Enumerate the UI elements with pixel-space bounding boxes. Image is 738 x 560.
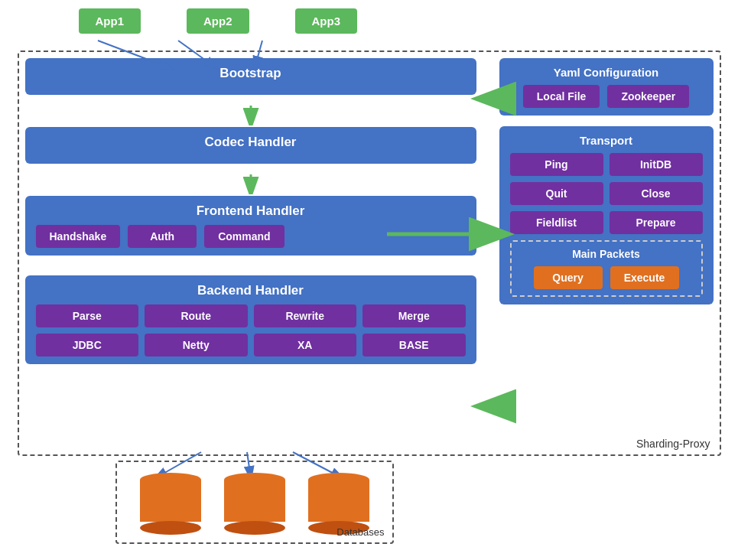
frontend-sub-boxes: Handshake Auth Command xyxy=(36,225,466,248)
app3-box: App3 xyxy=(295,8,358,34)
db-bottom-2 xyxy=(224,521,285,535)
arrow-codec-frontend xyxy=(25,173,476,194)
db-top-1 xyxy=(140,473,201,487)
bootstrap-block: Bootstrap xyxy=(25,58,476,95)
frontend-handler-title: Frontend Handler xyxy=(36,203,466,219)
yaml-config-title: Yaml Configuration xyxy=(510,66,703,79)
backend-handler-block: Backend Handler Parse Route Rewrite Merg… xyxy=(25,275,476,364)
rewrite-box: Rewrite xyxy=(254,304,357,327)
sharding-proxy-label: Sharding-Proxy xyxy=(636,438,710,450)
query-box: Query xyxy=(534,266,603,289)
backend-handler-title: Backend Handler xyxy=(36,283,466,298)
prepare-box: Prepare xyxy=(610,211,703,234)
main-packets-title: Main Packets xyxy=(518,248,695,260)
xa-box: XA xyxy=(254,334,357,357)
db-top-2 xyxy=(224,473,285,487)
database-2 xyxy=(224,473,285,535)
route-box: Route xyxy=(145,304,248,327)
handshake-box: Handshake xyxy=(36,225,121,248)
databases-dashed: Databases xyxy=(115,461,394,544)
codec-handler-title: Codec Handler xyxy=(36,135,466,150)
fieldlist-box: Fieldlist xyxy=(510,211,603,234)
databases-label: Databases xyxy=(336,526,384,538)
right-panel: Yaml Configuration Local File Zookeeper … xyxy=(499,58,714,314)
transport-block: Transport Ping InitDB Quit Close Fieldli… xyxy=(499,126,714,304)
apps-row: App1 App2 App3 xyxy=(18,8,358,34)
arrow-bootstrap-codec xyxy=(25,104,476,125)
db-bottom-1 xyxy=(140,521,201,535)
backend-row1: Parse Route Rewrite Merge xyxy=(36,304,466,327)
execute-box: Execute xyxy=(610,266,679,289)
yaml-config-block: Yaml Configuration Local File Zookeeper xyxy=(499,58,714,116)
quit-box: Quit xyxy=(510,182,603,205)
databases-section: Databases xyxy=(63,461,446,544)
app1-box: App1 xyxy=(79,8,141,34)
yaml-sub-boxes: Local File Zookeeper xyxy=(510,85,703,108)
command-box: Command xyxy=(204,225,284,248)
parse-box: Parse xyxy=(36,304,139,327)
initdb-box: InitDB xyxy=(610,153,703,176)
main-packets-row: Query Execute xyxy=(518,266,695,289)
zookeeper-box: Zookeeper xyxy=(607,85,689,108)
base-box: BASE xyxy=(362,334,466,357)
transport-grid: Ping InitDB Quit Close Fieldlist Prepare xyxy=(510,153,703,234)
backend-row2: JDBC Netty XA BASE xyxy=(36,334,466,357)
frontend-handler-block: Frontend Handler Handshake Auth Command xyxy=(25,196,476,256)
jdbc-box: JDBC xyxy=(36,334,139,357)
bootstrap-title: Bootstrap xyxy=(36,66,466,81)
auth-box: Auth xyxy=(128,225,197,248)
database-3 xyxy=(308,473,369,535)
main-packets-section: Main Packets Query Execute xyxy=(510,240,703,297)
netty-box: Netty xyxy=(145,334,248,357)
codec-handler-block: Codec Handler xyxy=(25,127,476,164)
transport-title: Transport xyxy=(510,134,703,147)
ping-box: Ping xyxy=(510,153,603,176)
database-1 xyxy=(140,473,201,535)
local-file-box: Local File xyxy=(523,85,600,108)
merge-box: Merge xyxy=(362,304,466,327)
diagram-container: App1 App2 App3 Sharding-Proxy Bootstrap xyxy=(18,8,721,552)
left-panel: Bootstrap Codec Handler xyxy=(25,58,476,373)
db-top-3 xyxy=(308,473,369,487)
app2-box: App2 xyxy=(187,8,249,34)
close-box: Close xyxy=(610,182,703,205)
